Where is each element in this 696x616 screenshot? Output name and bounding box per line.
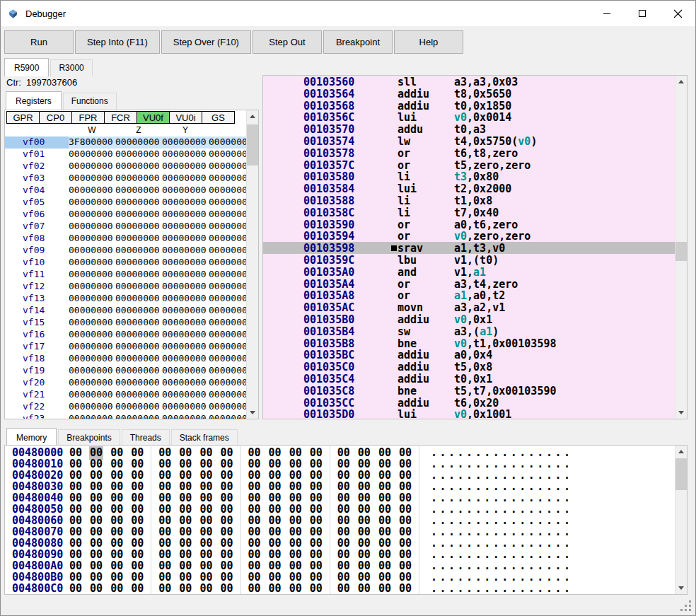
- memory-byte[interactable]: 00: [110, 582, 123, 594]
- register-row[interactable]: vf1200000000000000000000000000000000: [5, 281, 246, 293]
- disasm-line[interactable]: 0010357Cort5,zero,zero: [263, 159, 675, 171]
- toolbar-button-step-out[interactable]: Step Out: [253, 30, 322, 54]
- register-row[interactable]: vf2100000000000000000000000000000000: [5, 389, 246, 401]
- cpu-tab-r3000[interactable]: R3000: [50, 59, 92, 76]
- memory-byte[interactable]: 00: [179, 593, 192, 594]
- register-category-gs[interactable]: GS: [202, 111, 235, 124]
- register-row[interactable]: vf1000000000000000000000000000000000: [5, 257, 246, 269]
- memory-byte[interactable]: 00: [269, 593, 282, 594]
- register-row[interactable]: vf1500000000000000000000000000000000: [5, 317, 246, 329]
- tab-functions[interactable]: Functions: [63, 93, 117, 110]
- toolbar-button-run[interactable]: Run: [4, 30, 74, 54]
- memory-row[interactable]: 0048004000000000000000000000000000000000…: [5, 492, 675, 503]
- memory-row[interactable]: 0048002000000000000000000000000000000000…: [5, 469, 675, 480]
- disasm-line[interactable]: 0010358Clit7,0x40: [263, 207, 675, 219]
- memory-row[interactable]: 0048005000000000000000000000000000000000…: [5, 503, 675, 514]
- disasm-line[interactable]: 001035B4swa3,(a1): [263, 325, 675, 337]
- disasm-line[interactable]: 001035C4addiut0,0x1: [263, 373, 675, 385]
- memory-row[interactable]: 0048009000000000000000000000000000000000…: [5, 548, 675, 559]
- register-row[interactable]: vf0400000000000000000000000000000000: [5, 185, 246, 197]
- disasm-line[interactable]: 001035C0addiut5,0x8: [263, 361, 675, 373]
- disasm-line[interactable]: 001035B8bnev0,t1,0x00103598: [263, 337, 675, 349]
- memory-row[interactable]: 0048006000000000000000000000000000000000…: [5, 514, 675, 525]
- disasm-line[interactable]: 001035C8bnet5,t7,0x00103590: [263, 385, 675, 397]
- register-row[interactable]: vf0200000000000000000000000000000000: [5, 161, 246, 173]
- disassembly-scrollbar[interactable]: [675, 76, 687, 419]
- memory-byte[interactable]: 00: [399, 593, 412, 594]
- memory-byte[interactable]: 00: [110, 593, 123, 594]
- memory-byte[interactable]: 00: [69, 593, 82, 594]
- scroll-down-arrow[interactable]: [675, 582, 687, 594]
- register-row[interactable]: vf003F800000000000000000000000000000: [5, 136, 246, 149]
- memory-row[interactable]: 004800C000000000000000000000000000000000…: [5, 582, 675, 593]
- disasm-line[interactable]: 001035CCaddiut6,0x20: [263, 397, 675, 409]
- memory-byte[interactable]: 00: [378, 582, 391, 594]
- scroll-up-arrow[interactable]: [675, 446, 687, 458]
- register-row[interactable]: vf0700000000000000000000000000000000: [5, 221, 246, 233]
- register-row[interactable]: vf1400000000000000000000000000000000: [5, 305, 246, 317]
- registers-scrollbar[interactable]: [246, 110, 258, 419]
- disasm-line[interactable]: 00103564addiut8,0x5650: [263, 88, 675, 100]
- memory-byte[interactable]: 00: [179, 582, 192, 594]
- memory-byte[interactable]: 00: [310, 593, 323, 594]
- close-button[interactable]: [660, 1, 695, 26]
- disasm-line[interactable]: 00103568addiut0,0x1850: [263, 100, 675, 112]
- disasm-line[interactable]: 00103590ora0,t6,zero: [263, 219, 675, 231]
- register-category-vu0i[interactable]: VU0i: [169, 111, 202, 124]
- disasm-line[interactable]: 00103560slla3,a3,0x03: [263, 76, 675, 88]
- memory-row[interactable]: 0048001000000000000000000000000000000000…: [5, 458, 675, 469]
- register-category-fcr[interactable]: FCR: [104, 111, 137, 124]
- disasm-line[interactable]: 00103598srava1,t3,v0: [263, 242, 675, 254]
- memory-row[interactable]: 0048008000000000000000000000000000000000…: [5, 537, 675, 548]
- memory-byte[interactable]: 00: [337, 593, 350, 594]
- resize-grip[interactable]: [679, 599, 693, 613]
- register-row[interactable]: vf0900000000000000000000000000000000: [5, 245, 246, 257]
- disasm-line[interactable]: 00103578ort6,t8,zero: [263, 147, 675, 159]
- register-row[interactable]: vf0500000000000000000000000000000000: [5, 197, 246, 209]
- register-row[interactable]: vf2000000000000000000000000000000000: [5, 377, 246, 389]
- tab-registers[interactable]: Registers: [6, 91, 62, 110]
- scroll-up-arrow[interactable]: [675, 76, 687, 88]
- memory-byte[interactable]: 00: [158, 593, 171, 594]
- disasm-line[interactable]: 00103580lit3,0x80: [263, 170, 675, 182]
- memory-byte[interactable]: 00: [289, 593, 302, 594]
- memory-byte[interactable]: 00: [289, 582, 302, 594]
- disasm-line[interactable]: 001035D0luiv0,0x1001: [263, 408, 675, 419]
- disasm-line[interactable]: 001035A4ora3,t4,zero: [263, 278, 675, 290]
- memory-byte[interactable]: 00: [131, 582, 144, 594]
- register-category-fpr[interactable]: FPR: [71, 111, 105, 124]
- memory-row[interactable]: 0048007000000000000000000000000000000000…: [5, 525, 675, 537]
- memory-byte[interactable]: 00: [90, 593, 103, 594]
- scroll-down-arrow[interactable]: [675, 407, 687, 419]
- disasm-line[interactable]: 001035BCaddiua0,0x4: [263, 349, 675, 361]
- memory-byte[interactable]: 00: [378, 593, 391, 594]
- scrollbar-thumb[interactable]: [247, 124, 258, 165]
- tab-memory[interactable]: Memory: [6, 428, 57, 446]
- memory-byte[interactable]: 00: [358, 593, 371, 594]
- toolbar-button-step-into-f11[interactable]: Step Into (F11): [75, 30, 160, 54]
- memory-byte[interactable]: 00: [220, 593, 233, 594]
- disasm-line[interactable]: 00103594orv0,zero,zero: [263, 230, 675, 242]
- register-row[interactable]: vf1800000000000000000000000000000000: [5, 353, 246, 365]
- memory-row[interactable]: 004800A000000000000000000000000000000000…: [5, 559, 675, 571]
- memory-row[interactable]: 004800D000000000000000000000000000000000…: [5, 593, 675, 594]
- memory-byte[interactable]: 00: [269, 582, 282, 594]
- scroll-up-arrow[interactable]: [247, 110, 258, 122]
- memory-byte[interactable]: 00: [199, 582, 212, 594]
- disasm-line[interactable]: 001035A0andv1,a1: [263, 266, 675, 278]
- memory-byte[interactable]: 00: [310, 582, 323, 594]
- register-row[interactable]: vf0100000000000000000000000000000000: [5, 149, 246, 161]
- register-row[interactable]: vf1100000000000000000000000000000000: [5, 269, 246, 281]
- disasm-line[interactable]: 001035B0addiuv0,0x1: [263, 313, 675, 325]
- scrollbar-thumb[interactable]: [675, 242, 687, 261]
- memory-byte[interactable]: 00: [199, 593, 212, 594]
- tab-stack-frames[interactable]: Stack frames: [171, 429, 238, 446]
- register-row[interactable]: vf0300000000000000000000000000000000: [5, 173, 246, 185]
- memory-byte[interactable]: 00: [358, 582, 371, 594]
- disasm-line[interactable]: 00103574lwt4,0x5750(v0): [263, 135, 675, 147]
- register-row[interactable]: vf1300000000000000000000000000000000: [5, 293, 246, 305]
- disasm-line[interactable]: 00103584luit2,0x2000: [263, 182, 675, 194]
- disasm-line[interactable]: 0010359Clbuv1,(t0): [263, 254, 675, 266]
- memory-byte[interactable]: 00: [248, 593, 261, 594]
- register-category-cp0[interactable]: CP0: [39, 111, 72, 124]
